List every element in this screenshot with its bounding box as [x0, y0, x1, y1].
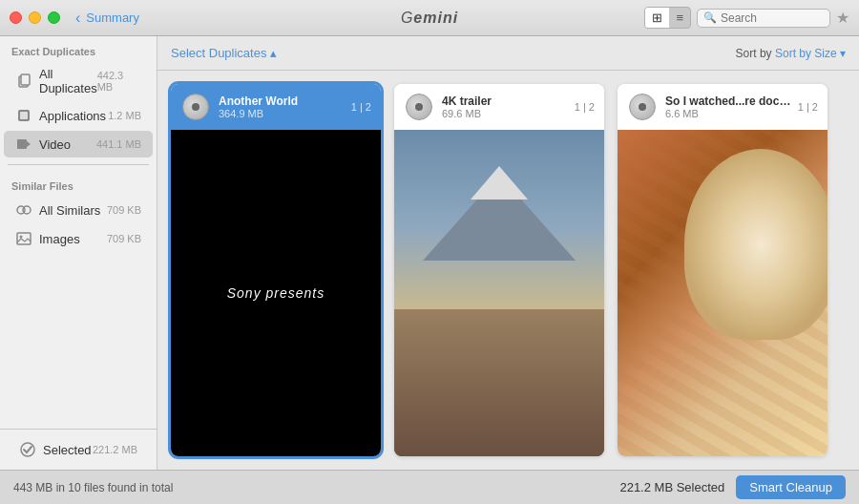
svg-rect-4 — [17, 139, 27, 149]
main-container: Exact Duplicates All Duplicates 442.3 MB… — [0, 36, 859, 470]
statusbar-info: 443 MB in 10 files found in total — [13, 481, 173, 494]
back-button[interactable]: ‹ — [72, 10, 84, 27]
card-title-group-3: So I watched...re documentary 6.6 MB — [665, 94, 794, 119]
statusbar-right: 221.2 MB Selected Smart Cleanup — [619, 475, 846, 499]
svg-point-7 — [23, 206, 31, 214]
card-title-group-2: 4K trailer 69.6 MB — [442, 94, 571, 119]
card-preview-2 — [394, 130, 604, 456]
sidebar-item-selected[interactable]: Selected 221.2 MB — [8, 436, 149, 463]
view-toggle: ⊞ ≡ — [644, 7, 691, 29]
list-view-button[interactable]: ≡ — [669, 8, 690, 28]
selected-size-sidebar: 221.2 MB — [93, 444, 137, 455]
ground-shape — [394, 309, 604, 456]
minimize-button[interactable] — [29, 11, 41, 24]
select-duplicates-button[interactable]: Select Duplicates ▴ — [171, 46, 277, 60]
sidebar: Exact Duplicates All Duplicates 442.3 MB… — [0, 36, 157, 470]
card-preview-3 — [618, 130, 828, 456]
content: Select Duplicates ▴ Sort by Sort by Size… — [157, 36, 859, 470]
applications-size: 1.2 MB — [108, 110, 141, 121]
app-name: Gemini — [401, 10, 458, 27]
card-size-3: 6.6 MB — [665, 108, 794, 119]
card-title-2: 4K trailer — [442, 94, 571, 108]
svg-point-9 — [20, 236, 23, 239]
svg-rect-1 — [21, 74, 30, 85]
sidebar-item-images[interactable]: Images 709 KB — [4, 225, 153, 252]
cat-face — [684, 149, 828, 340]
selected-icon — [19, 441, 36, 458]
sort-arrow-icon: ▾ — [840, 47, 846, 60]
images-size: 709 KB — [107, 233, 141, 244]
similar-files-label: Similar Files — [0, 171, 157, 196]
titlebar-title: Summary — [86, 10, 139, 25]
selected-size-display: 221.2 MB Selected — [619, 480, 724, 494]
card-title-3: So I watched...re documentary — [665, 94, 794, 108]
card-4k-trailer[interactable]: 4K trailer 69.6 MB 1 | 2 — [394, 84, 604, 456]
close-button[interactable] — [10, 11, 22, 24]
mountain-snow — [471, 166, 528, 200]
grid-view-button[interactable]: ⊞ — [645, 8, 669, 28]
search-input[interactable] — [721, 11, 824, 25]
preview-text-1: Sony presents — [227, 285, 325, 301]
sidebar-divider — [8, 164, 149, 165]
sort-field: Sort by Size — [775, 47, 837, 60]
applications-label: Applications — [39, 109, 108, 123]
video-icon — [15, 136, 32, 153]
dvd-icon-2 — [404, 92, 434, 122]
selected-label: Selected — [43, 443, 93, 457]
svg-marker-5 — [27, 141, 31, 147]
card-badge-1: 1 | 2 — [347, 101, 371, 113]
sidebar-bottom: Selected 221.2 MB — [0, 429, 157, 470]
card-another-world[interactable]: Another World 364.9 MB 1 | 2 Sony presen… — [171, 84, 381, 456]
copy-icon — [15, 73, 32, 90]
search-box: 🔍 — [697, 9, 830, 28]
traffic-lights — [10, 11, 60, 24]
card-title-1: Another World — [219, 94, 347, 108]
titlebar: ‹ Summary Gemini ⊞ ≡ 🔍 ★ — [0, 0, 859, 36]
images-label: Images — [39, 232, 107, 246]
statusbar: 443 MB in 10 files found in total 221.2 … — [0, 470, 859, 504]
card-header-documentary: So I watched...re documentary 6.6 MB 1 |… — [618, 84, 828, 130]
content-toolbar: Select Duplicates ▴ Sort by Sort by Size… — [157, 36, 859, 71]
smart-cleanup-button[interactable]: Smart Cleanup — [736, 475, 846, 499]
card-badge-2: 1 | 2 — [571, 101, 595, 113]
svg-rect-3 — [20, 112, 28, 119]
card-size-2: 69.6 MB — [442, 108, 571, 119]
dvd-icon-3 — [627, 92, 658, 122]
card-documentary[interactable]: So I watched...re documentary 6.6 MB 1 |… — [618, 84, 828, 456]
app-icon — [15, 107, 32, 124]
card-header-4k: 4K trailer 69.6 MB 1 | 2 — [394, 84, 604, 130]
favorite-button[interactable]: ★ — [836, 9, 849, 27]
select-arrow: ▴ — [270, 46, 277, 60]
dvd-icon — [180, 92, 211, 122]
sidebar-item-applications[interactable]: Applications 1.2 MB — [4, 102, 153, 129]
sidebar-item-all-similars[interactable]: All Similars 709 KB — [4, 197, 153, 223]
sidebar-item-all-duplicates[interactable]: All Duplicates 442.3 MB — [4, 62, 153, 100]
card-size-1: 364.9 MB — [219, 108, 347, 119]
video-size: 441.1 MB — [96, 138, 141, 150]
all-duplicates-size: 442.3 MB — [97, 70, 141, 93]
card-title-group-1: Another World 364.9 MB — [219, 94, 347, 119]
similar-icon — [15, 201, 32, 219]
sort-button[interactable]: Sort by Sort by Size ▾ — [736, 47, 846, 60]
all-similars-size: 709 KB — [107, 204, 141, 216]
image-icon — [15, 230, 32, 247]
maximize-button[interactable] — [48, 11, 60, 24]
cards-grid: Another World 364.9 MB 1 | 2 Sony presen… — [157, 71, 859, 470]
card-preview-1: Sony presents — [171, 130, 381, 456]
card-badge-3: 1 | 2 — [794, 101, 818, 113]
video-label: Video — [39, 137, 96, 152]
titlebar-right: ⊞ ≡ 🔍 ★ — [644, 7, 849, 29]
all-similars-label: All Similars — [39, 203, 107, 218]
svg-rect-8 — [17, 233, 31, 244]
sidebar-item-video[interactable]: Video 441.1 MB — [4, 131, 153, 158]
exact-duplicates-label: Exact Duplicates — [0, 36, 157, 61]
search-icon: 🔍 — [703, 11, 717, 24]
all-duplicates-label: All Duplicates — [39, 67, 97, 95]
card-header-another-world: Another World 364.9 MB 1 | 2 — [171, 84, 381, 130]
